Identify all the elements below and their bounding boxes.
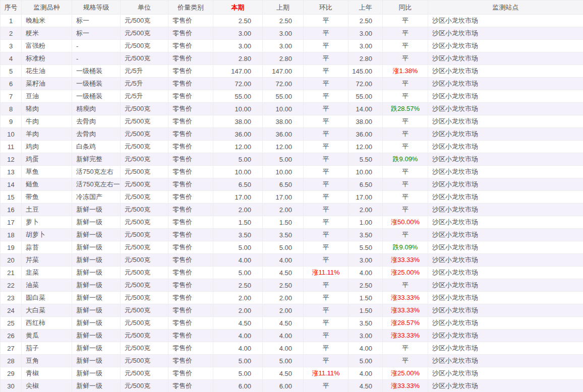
cell-station: 沙区小龙坎市场: [428, 267, 583, 279]
cell-station: 沙区小龙坎市场: [428, 65, 583, 78]
cell-last-year: 55.00: [348, 90, 383, 103]
cell-category: 零售价: [168, 292, 213, 304]
cell-last-year: 3.00: [348, 40, 383, 52]
cell-station: 沙区小龙坎市场: [428, 52, 583, 65]
table-row: 20芹菜新鲜一级元/500克零售价4.004.00平3.00涨33.33%沙区小…: [1, 254, 583, 267]
cell-mom: 平: [304, 90, 348, 103]
cell-previous: 38.00: [263, 115, 304, 128]
cell-variety: 青椒: [22, 367, 72, 380]
cell-mom: 平: [304, 40, 348, 52]
cell-index: 15: [1, 191, 22, 204]
cell-previous: 2.80: [263, 52, 304, 65]
cell-mom: 平: [304, 15, 348, 27]
cell-yoy: 平: [383, 115, 428, 128]
cell-index: 30: [1, 380, 22, 392]
cell-station: 沙区小龙坎市场: [428, 355, 583, 367]
cell-station: 沙区小龙坎市场: [428, 229, 583, 241]
cell-variety: 鲢鱼: [22, 178, 72, 191]
cell-last-year: 5.50: [348, 241, 383, 254]
cell-previous: 3.50: [263, 229, 304, 241]
cell-unit: 元/500克: [121, 254, 168, 267]
cell-previous: 10.00: [263, 103, 304, 115]
cell-last-year: 4.00: [348, 267, 383, 279]
cell-mom: 平: [304, 166, 348, 178]
cell-category: 零售价: [168, 52, 213, 65]
cell-previous: 1.50: [263, 216, 304, 229]
cell-spec: 新鲜一级: [72, 355, 121, 367]
cell-category: 零售价: [168, 380, 213, 392]
cell-spec: 新鲜一级: [72, 229, 121, 241]
cell-variety: 粳米: [22, 27, 72, 40]
cell-previous: 5.00: [263, 241, 304, 254]
cell-variety: 猪肉: [22, 103, 72, 115]
cell-spec: 一级桶装: [72, 90, 121, 103]
cell-yoy: 平: [383, 141, 428, 153]
cell-yoy: 跌9.09%: [383, 153, 428, 166]
cell-station: 沙区小龙坎市场: [428, 342, 583, 355]
cell-index: 26: [1, 330, 22, 342]
cell-station: 沙区小龙坎市场: [428, 191, 583, 204]
cell-mom: 平: [304, 103, 348, 115]
cell-unit: 元/500克: [121, 115, 168, 128]
cell-mom: 平: [304, 229, 348, 241]
cell-current: 2.50: [213, 15, 263, 27]
cell-unit: 元/500克: [121, 229, 168, 241]
cell-category: 零售价: [168, 355, 213, 367]
column-header-yoy: 同比: [383, 1, 428, 15]
cell-variety: 油菜: [22, 279, 72, 292]
cell-mom: 涨11.11%: [304, 367, 348, 380]
cell-variety: 菜籽油: [22, 78, 72, 90]
table-header-row: 序号监测品种规格等级单位价量类别本期上期环比上年同比监测站点: [1, 1, 583, 15]
cell-current: 3.50: [213, 229, 263, 241]
cell-station: 沙区小龙坎市场: [428, 153, 583, 166]
cell-current: 6.00: [213, 380, 263, 392]
cell-index: 25: [1, 317, 22, 330]
cell-spec: 一级桶装: [72, 65, 121, 78]
cell-last-year: 3.00: [348, 27, 383, 40]
cell-unit: 元/500克: [121, 128, 168, 141]
table-row: 26黄瓜新鲜一级元/500克零售价4.004.00平3.00涨33.33%沙区小…: [1, 330, 583, 342]
cell-last-year: 6.50: [348, 178, 383, 191]
cell-index: 8: [1, 103, 22, 115]
cell-yoy: 平: [383, 128, 428, 141]
cell-variety: 大白菜: [22, 304, 72, 317]
column-header-last-year: 上年: [348, 1, 383, 15]
cell-variety: 花生油: [22, 65, 72, 78]
cell-unit: 元/500克: [121, 52, 168, 65]
cell-last-year: 1.00: [348, 216, 383, 229]
price-monitor-table: 序号监测品种规格等级单位价量类别本期上期环比上年同比监测站点 1晚籼米标一元/5…: [0, 0, 583, 392]
cell-previous: 2.00: [263, 204, 304, 216]
cell-last-year: 5.50: [348, 153, 383, 166]
cell-yoy: 涨25.00%: [383, 267, 428, 279]
cell-category: 零售价: [168, 166, 213, 178]
cell-station: 沙区小龙坎市场: [428, 241, 583, 254]
cell-yoy: 平: [383, 355, 428, 367]
table-row: 1晚籼米标一元/500克零售价2.502.50平2.50平沙区小龙坎市场: [1, 15, 583, 27]
cell-yoy: 平: [383, 178, 428, 191]
cell-variety: 茄子: [22, 342, 72, 355]
cell-category: 零售价: [168, 216, 213, 229]
cell-spec: -: [72, 40, 121, 52]
cell-spec: 活750克左右: [72, 166, 121, 178]
cell-spec: 新鲜一级: [72, 292, 121, 304]
cell-mom: 平: [304, 128, 348, 141]
cell-category: 零售价: [168, 178, 213, 191]
cell-spec: 白条鸡: [72, 141, 121, 153]
table-body: 1晚籼米标一元/500克零售价2.502.50平2.50平沙区小龙坎市场2粳米标…: [1, 15, 583, 392]
cell-last-year: 145.00: [348, 65, 383, 78]
cell-spec: 新鲜一级: [72, 330, 121, 342]
cell-spec: 新鲜一级: [72, 216, 121, 229]
cell-unit: 元/500克: [121, 15, 168, 27]
cell-spec: 新鲜一级: [72, 317, 121, 330]
cell-current: 3.00: [213, 27, 263, 40]
cell-current: 4.00: [213, 254, 263, 267]
cell-current: 2.00: [213, 204, 263, 216]
cell-previous: 3.00: [263, 27, 304, 40]
cell-mom: 平: [304, 115, 348, 128]
cell-index: 13: [1, 166, 22, 178]
cell-category: 零售价: [168, 141, 213, 153]
cell-current: 5.00: [213, 355, 263, 367]
cell-current: 6.50: [213, 178, 263, 191]
cell-category: 零售价: [168, 27, 213, 40]
cell-mom: 平: [304, 330, 348, 342]
